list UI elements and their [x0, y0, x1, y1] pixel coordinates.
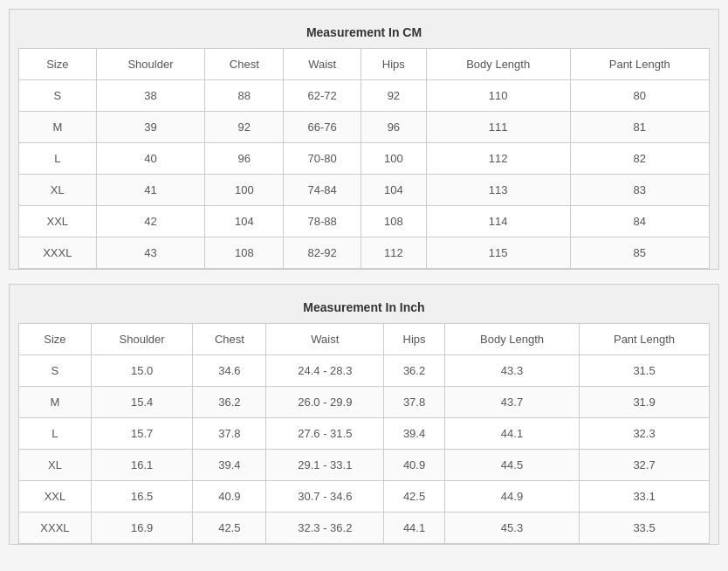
- table-row: M15.436.226.0 - 29.937.843.731.9: [19, 387, 710, 418]
- table-cell: 24.4 - 28.3: [266, 355, 384, 387]
- table-cell: 44.9: [444, 481, 579, 513]
- cm-col-header: Body Length: [426, 49, 570, 80]
- table-cell: 82: [570, 143, 709, 175]
- table-cell: 27.6 - 31.5: [266, 418, 384, 450]
- cm-col-header: Shoulder: [96, 49, 205, 80]
- table-cell: 104: [205, 206, 284, 237]
- table-cell: XXXL: [19, 237, 97, 269]
- cm-table-body: S388862-729211080M399266-769611181L40967…: [19, 80, 710, 269]
- table-cell: 43: [96, 237, 205, 269]
- inch-table: SizeShoulderChestWaistHipsBody LengthPan…: [18, 323, 710, 544]
- table-cell: 74-84: [284, 175, 361, 206]
- table-cell: 88: [205, 80, 284, 112]
- table-cell: 32.7: [580, 450, 710, 481]
- table-cell: 42: [96, 206, 205, 237]
- table-cell: 34.6: [193, 355, 266, 387]
- table-cell: 36.2: [193, 387, 266, 418]
- table-row: XXXL4310882-9211211585: [19, 237, 710, 269]
- table-cell: L: [19, 418, 92, 450]
- table-cell: 44.5: [444, 450, 579, 481]
- table-cell: 32.3 - 36.2: [266, 513, 384, 544]
- inch-section: Measurement In Inch SizeShoulderChestWai…: [9, 284, 719, 545]
- table-cell: 80: [570, 80, 709, 112]
- table-cell: 66-76: [284, 112, 361, 143]
- table-row: XXL4210478-8810811484: [19, 206, 710, 237]
- inch-col-header: Body Length: [444, 324, 579, 355]
- table-cell: 26.0 - 29.9: [266, 387, 384, 418]
- table-cell: 32.3: [580, 418, 710, 450]
- table-cell: 39.4: [193, 450, 266, 481]
- cm-section: Measurement In CM SizeShoulderChestWaist…: [9, 9, 719, 270]
- table-cell: 42.5: [384, 481, 445, 513]
- table-cell: 78-88: [284, 206, 361, 237]
- table-cell: L: [19, 143, 97, 175]
- table-cell: XL: [19, 175, 97, 206]
- cm-table: SizeShoulderChestWaistHipsBody LengthPan…: [18, 48, 710, 269]
- table-cell: 40.9: [384, 450, 445, 481]
- inch-col-header: Shoulder: [91, 324, 193, 355]
- table-cell: 40: [96, 143, 205, 175]
- table-cell: 15.4: [91, 387, 193, 418]
- table-cell: 33.5: [580, 513, 710, 544]
- cm-col-header: Waist: [284, 49, 361, 80]
- cm-col-header: Hips: [361, 49, 426, 80]
- table-cell: 92: [361, 80, 426, 112]
- cm-header-row: SizeShoulderChestWaistHipsBody LengthPan…: [19, 49, 710, 80]
- table-cell: 96: [361, 112, 426, 143]
- table-cell: 112: [426, 143, 570, 175]
- table-cell: 92: [205, 112, 284, 143]
- table-cell: 39.4: [384, 418, 445, 450]
- table-cell: XL: [19, 450, 92, 481]
- table-cell: M: [19, 112, 97, 143]
- inch-col-header: Chest: [193, 324, 266, 355]
- table-cell: 15.0: [91, 355, 193, 387]
- table-cell: S: [19, 80, 97, 112]
- table-cell: 16.9: [91, 513, 193, 544]
- inch-col-header: Waist: [266, 324, 384, 355]
- cm-col-header: Pant Length: [570, 49, 709, 80]
- table-cell: 37.8: [193, 418, 266, 450]
- table-cell: 29.1 - 33.1: [266, 450, 384, 481]
- table-cell: 43.3: [444, 355, 579, 387]
- table-cell: 31.5: [580, 355, 710, 387]
- table-cell: 43.7: [444, 387, 579, 418]
- table-cell: 82-92: [284, 237, 361, 269]
- table-cell: XXL: [19, 481, 92, 513]
- table-cell: 39: [96, 112, 205, 143]
- table-cell: 104: [361, 175, 426, 206]
- table-cell: 30.7 - 34.6: [266, 481, 384, 513]
- table-cell: 108: [205, 237, 284, 269]
- table-cell: 37.8: [384, 387, 445, 418]
- table-cell: 100: [361, 143, 426, 175]
- table-row: XXXL16.942.532.3 - 36.244.145.333.5: [19, 513, 710, 544]
- table-cell: 114: [426, 206, 570, 237]
- table-cell: 15.7: [91, 418, 193, 450]
- table-cell: XXL: [19, 206, 97, 237]
- cm-col-header: Chest: [205, 49, 284, 80]
- table-cell: 108: [361, 206, 426, 237]
- inch-header-row: SizeShoulderChestWaistHipsBody LengthPan…: [19, 324, 710, 355]
- table-cell: 111: [426, 112, 570, 143]
- table-cell: 45.3: [444, 513, 579, 544]
- table-row: XXL16.540.930.7 - 34.642.544.933.1: [19, 481, 710, 513]
- table-row: L15.737.827.6 - 31.539.444.132.3: [19, 418, 710, 450]
- cm-table-header: SizeShoulderChestWaistHipsBody LengthPan…: [19, 49, 710, 80]
- table-row: XL16.139.429.1 - 33.140.944.532.7: [19, 450, 710, 481]
- table-cell: 16.5: [91, 481, 193, 513]
- inch-table-title: Measurement In Inch: [18, 293, 710, 323]
- table-cell: 81: [570, 112, 709, 143]
- table-cell: 42.5: [193, 513, 266, 544]
- table-cell: 70-80: [284, 143, 361, 175]
- table-cell: 33.1: [580, 481, 710, 513]
- table-cell: XXXL: [19, 513, 92, 544]
- inch-col-header: Size: [19, 324, 92, 355]
- table-cell: 36.2: [384, 355, 445, 387]
- inch-table-body: S15.034.624.4 - 28.336.243.331.5M15.436.…: [19, 355, 710, 544]
- table-row: XL4110074-8410411383: [19, 175, 710, 206]
- table-cell: 41: [96, 175, 205, 206]
- table-cell: 84: [570, 206, 709, 237]
- table-row: S15.034.624.4 - 28.336.243.331.5: [19, 355, 710, 387]
- table-row: S388862-729211080: [19, 80, 710, 112]
- table-cell: 83: [570, 175, 709, 206]
- table-cell: 85: [570, 237, 709, 269]
